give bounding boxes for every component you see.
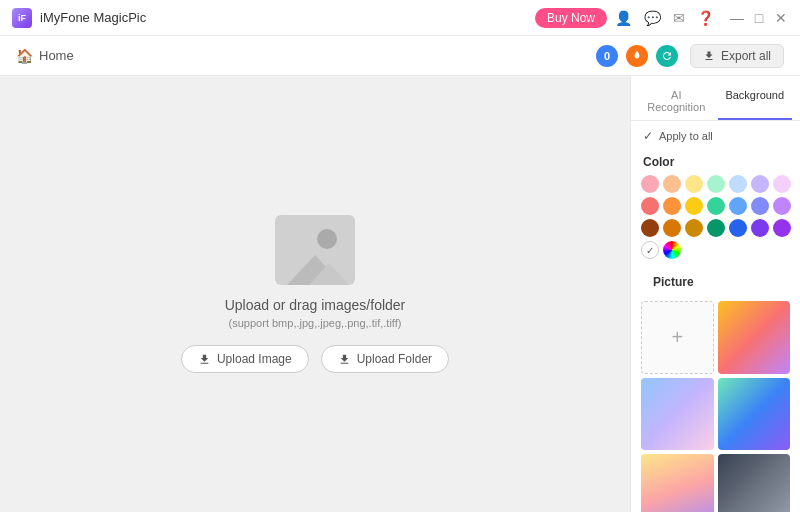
color-swatch-orange[interactable] [663,197,681,215]
apply-all-row[interactable]: ✓ Apply to all [631,121,800,151]
upload-image-button[interactable]: Upload Image [181,345,309,373]
home-icon: 🏠 [16,48,33,64]
right-panel: AI Recognition Background ✓ Apply to all… [630,76,800,512]
titlebar-right: Buy Now 👤 💬 ✉ ❓ — □ ✕ [535,8,788,28]
app-icon: iF [12,8,32,28]
navbar: 🏠 Home 0 Export all [0,36,800,76]
refresh-icon [661,50,673,62]
export-icon [703,50,715,62]
picture-section-title: Picture [641,271,790,295]
upload-folder-button[interactable]: Upload Folder [321,345,449,373]
window-controls: — □ ✕ [730,11,788,25]
titlebar: iF iMyFone MagicPic Buy Now 👤 💬 ✉ ❓ — □ … [0,0,800,36]
color-check-selected[interactable]: ✓ [641,241,659,259]
color-swatch-violet[interactable] [773,197,791,215]
picture-grid: + [641,301,790,512]
color-swatch-purple-dark[interactable] [773,219,791,237]
close-button[interactable]: ✕ [774,11,788,25]
color-swatch-custom[interactable] [663,241,681,259]
main-layout: Upload or drag images/folder (support bm… [0,76,800,512]
picture-thumb-4[interactable] [641,454,714,512]
titlebar-left: iF iMyFone MagicPic [12,8,146,28]
tab-bg-label: Background [725,89,784,101]
color-swatch-violet-light[interactable] [751,175,769,193]
color-swatch-orange-light[interactable] [663,175,681,193]
checkmark-icon: ✓ [643,129,653,143]
upload-sub-text: (support bmp,.jpg,.jpeg,.png,.tif,.tiff) [229,317,402,329]
picture-section: Picture + [631,267,800,512]
home-button[interactable]: 🏠 Home [16,48,74,64]
app-title: iMyFone MagicPic [40,10,146,25]
color-swatch-blue-dark[interactable] [729,219,747,237]
upload-folder-icon [338,353,351,366]
upload-image-icon [198,353,211,366]
color-swatch-indigo[interactable] [751,197,769,215]
upload-main-text: Upload or drag images/folder [225,297,406,313]
export-label: Export all [721,49,771,63]
add-picture-button[interactable]: + [641,301,714,374]
color-swatch-red[interactable] [641,197,659,215]
color-section-title: Color [631,151,800,175]
image-placeholder [275,215,355,285]
placeholder-circle [317,229,337,249]
color-swatch-gold[interactable] [685,219,703,237]
color-swatch-pink-light[interactable] [641,175,659,193]
tab-ai-recognition[interactable]: AI Recognition [639,84,714,120]
placeholder-mountain2 [309,263,349,285]
upload-buttons: Upload Image Upload Folder [181,345,449,373]
upload-image-label: Upload Image [217,352,292,366]
upload-folder-label: Upload Folder [357,352,432,366]
maximize-button[interactable]: □ [752,11,766,25]
chat-icon[interactable]: 💬 [644,10,661,26]
minimize-button[interactable]: — [730,11,744,25]
picture-thumb-2[interactable] [641,378,714,451]
color-swatch-green-light[interactable] [707,175,725,193]
tab-background[interactable]: Background [718,84,793,120]
fire-icon [631,50,643,62]
badge-blue[interactable]: 0 [596,45,618,67]
help-icon[interactable]: ❓ [697,10,714,26]
mail-icon[interactable]: ✉ [673,10,685,26]
color-swatch-emerald[interactable] [707,219,725,237]
color-swatch-violet-dark[interactable] [751,219,769,237]
color-swatch-green[interactable] [707,197,725,215]
color-swatch-yellow[interactable] [685,197,703,215]
export-button[interactable]: Export all [690,44,784,68]
tab-ai-label: AI Recognition [647,89,705,113]
color-swatch-yellow-light[interactable] [685,175,703,193]
home-label: Home [39,48,74,63]
badge-teal[interactable] [656,45,678,67]
user-icon[interactable]: 👤 [615,10,632,26]
color-swatch-blue-light[interactable] [729,175,747,193]
color-swatch-purple-light[interactable] [773,175,791,193]
panel-tabs: AI Recognition Background [631,76,800,121]
picture-thumb-5[interactable] [718,454,791,512]
titlebar-icons: 👤 💬 ✉ ❓ [615,10,714,26]
picture-thumb-3[interactable] [718,378,791,451]
color-grid: ✓ [631,175,800,267]
color-swatch-brown[interactable] [641,219,659,237]
color-swatch-blue[interactable] [729,197,747,215]
color-swatch-amber[interactable] [663,219,681,237]
upload-area: Upload or drag images/folder (support bm… [0,76,630,512]
buy-now-button[interactable]: Buy Now [535,8,607,28]
apply-all-label: Apply to all [659,130,713,142]
badge-orange[interactable] [626,45,648,67]
navbar-right: 0 Export all [596,44,784,68]
badge-icons: 0 [596,45,678,67]
picture-thumb-1[interactable] [718,301,791,374]
upload-content: Upload or drag images/folder (support bm… [181,215,449,373]
